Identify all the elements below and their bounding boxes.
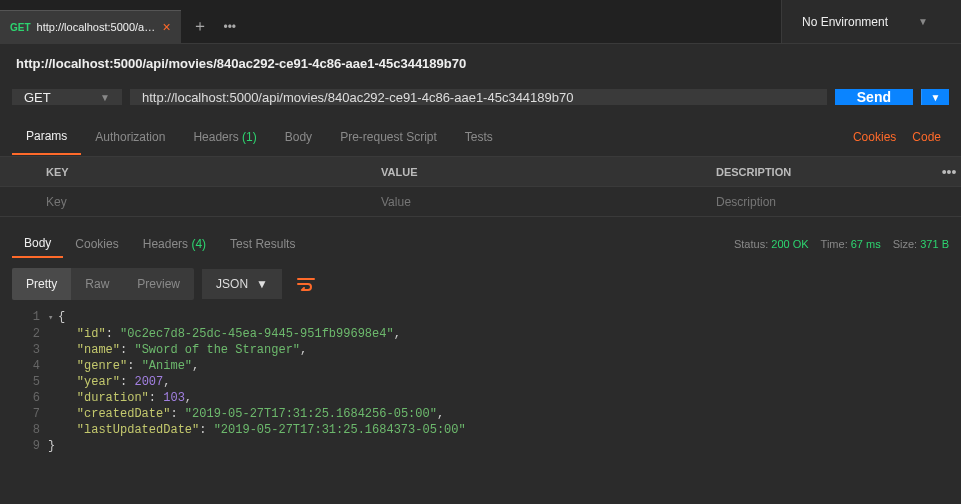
time-value: 67 ms — [851, 238, 881, 250]
size-label: Size: — [893, 238, 917, 250]
col-value: VALUE — [371, 166, 706, 178]
response-tab-test-results[interactable]: Test Results — [218, 231, 307, 257]
tab-params[interactable]: Params — [12, 119, 81, 155]
size-value: 371 B — [920, 238, 949, 250]
code-line: 9} — [12, 438, 949, 454]
response-tab-headers[interactable]: Headers (4) — [131, 231, 218, 257]
close-icon[interactable]: × — [163, 19, 171, 35]
environment-label: No Environment — [802, 15, 888, 29]
key-input[interactable] — [46, 195, 361, 209]
view-pretty-button[interactable]: Pretty — [12, 268, 71, 300]
tab-body[interactable]: Body — [271, 120, 326, 154]
tab-headers[interactable]: Headers (1) — [179, 120, 270, 154]
status-value: 200 OK — [771, 238, 808, 250]
request-title-row: http://localhost:5000/api/movies/840ac29… — [0, 44, 961, 77]
response-view-toolbar: Pretty Raw Preview JSON ▼ — [0, 263, 961, 305]
code-line: 1▾{ — [12, 309, 949, 326]
chevron-down-icon: ▼ — [256, 277, 268, 291]
more-options-icon[interactable]: ••• — [937, 164, 961, 180]
send-button[interactable]: Send — [835, 89, 913, 105]
url-input[interactable] — [130, 89, 827, 105]
tab-headers-label: Headers — [193, 130, 238, 144]
tab-prerequest[interactable]: Pre-request Script — [326, 120, 451, 154]
request-row: GET ▼ Send ▼ — [0, 77, 961, 117]
http-method-dropdown[interactable]: GET ▼ — [12, 89, 122, 105]
environment-dropdown[interactable]: No Environment ▼ — [781, 0, 961, 43]
tab-overflow-icon[interactable]: ••• — [215, 10, 245, 44]
code-line: 8 "lastUpdatedDate": "2019-05-27T17:31:2… — [12, 422, 949, 438]
code-line: 3 "name": "Sword of the Stranger", — [12, 342, 949, 358]
request-subtab-bar: Params Authorization Headers (1) Body Pr… — [0, 117, 961, 157]
value-input[interactable] — [381, 195, 696, 209]
http-method-label: GET — [24, 90, 51, 105]
code-line: 2 "id": "0c2ec7d8-25dc-45ea-9445-951fb99… — [12, 326, 949, 342]
time-label: Time: — [821, 238, 848, 250]
add-tab-button[interactable]: ＋ — [185, 10, 215, 44]
response-tab-headers-count: (4) — [191, 237, 206, 251]
toggle-wrap-icon[interactable] — [290, 268, 322, 300]
response-tab-body[interactable]: Body — [12, 230, 63, 258]
top-row: GET http://localhost:5000/api/movie × ＋ … — [0, 0, 961, 44]
request-title: http://localhost:5000/api/movies/840ac29… — [16, 56, 949, 71]
request-tab[interactable]: GET http://localhost:5000/api/movie × — [0, 10, 181, 44]
response-tab-bar: Body Cookies Headers (4) Test Results St… — [0, 225, 961, 263]
tab-title: http://localhost:5000/api/movie — [37, 21, 157, 33]
response-tab-cookies[interactable]: Cookies — [63, 231, 130, 257]
col-key: KEY — [36, 166, 371, 178]
chevron-down-icon: ▼ — [918, 16, 928, 27]
language-label: JSON — [216, 277, 248, 291]
cookies-link[interactable]: Cookies — [845, 130, 904, 144]
code-line: 5 "year": 2007, — [12, 374, 949, 390]
view-mode-group: Pretty Raw Preview — [12, 268, 194, 300]
view-raw-button[interactable]: Raw — [71, 268, 123, 300]
language-dropdown[interactable]: JSON ▼ — [202, 269, 282, 299]
chevron-down-icon: ▼ — [100, 92, 110, 103]
col-description: DESCRIPTION — [706, 166, 937, 178]
code-link[interactable]: Code — [904, 130, 949, 144]
send-options-button[interactable]: ▼ — [921, 89, 949, 105]
tab-method-badge: GET — [10, 22, 31, 33]
code-line: 7 "createdDate": "2019-05-27T17:31:25.16… — [12, 406, 949, 422]
response-tab-headers-label: Headers — [143, 237, 188, 251]
description-input[interactable] — [716, 195, 927, 209]
code-line: 4 "genre": "Anime", — [12, 358, 949, 374]
tab-headers-count: (1) — [242, 130, 257, 144]
code-line: 6 "duration": 103, — [12, 390, 949, 406]
status-label: Status: — [734, 238, 768, 250]
response-body-code[interactable]: 1▾{2 "id": "0c2ec7d8-25dc-45ea-9445-951f… — [12, 305, 949, 458]
request-tabs-bar: GET http://localhost:5000/api/movie × ＋ … — [0, 0, 245, 43]
params-table-header: KEY VALUE DESCRIPTION ••• — [0, 157, 961, 187]
view-preview-button[interactable]: Preview — [123, 268, 194, 300]
tab-authorization[interactable]: Authorization — [81, 120, 179, 154]
params-row — [0, 187, 961, 217]
tab-tests[interactable]: Tests — [451, 120, 507, 154]
